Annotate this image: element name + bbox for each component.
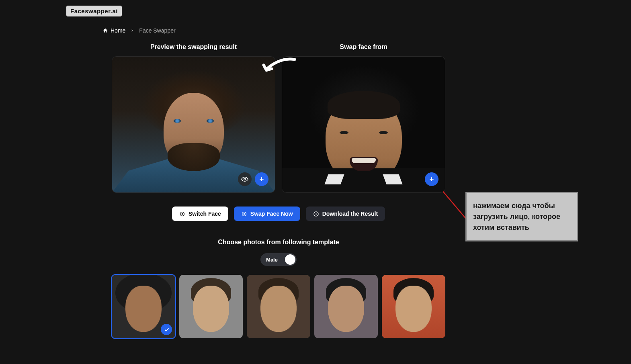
source-image-card bbox=[282, 56, 445, 193]
breadcrumb: Home Face Swapper bbox=[102, 27, 176, 34]
brand-logo[interactable]: Faceswapper.ai bbox=[66, 6, 122, 16]
gender-toggle[interactable]: Male bbox=[260, 253, 297, 266]
svg-point-4 bbox=[244, 213, 245, 215]
target-icon bbox=[241, 211, 247, 217]
svg-point-0 bbox=[244, 178, 246, 180]
selected-check-badge bbox=[161, 324, 172, 335]
target-icon bbox=[179, 211, 185, 217]
annotation-box: нажимаем сюда чтобы загрузить лицо, кото… bbox=[465, 192, 578, 241]
plus-icon bbox=[258, 176, 265, 182]
template-thumb-5[interactable] bbox=[382, 275, 445, 338]
preview-add-button[interactable] bbox=[255, 172, 268, 186]
switch-face-label: Switch Face bbox=[188, 211, 221, 217]
breadcrumb-home-label: Home bbox=[111, 27, 125, 34]
switch-face-button[interactable]: Switch Face bbox=[172, 207, 228, 221]
breadcrumb-current: Face Swapper bbox=[139, 27, 175, 34]
plus-icon bbox=[428, 176, 435, 182]
gender-toggle-label: Male bbox=[266, 257, 278, 263]
svg-point-2 bbox=[182, 213, 183, 215]
preview-image-card bbox=[112, 56, 275, 193]
breadcrumb-home[interactable]: Home bbox=[102, 27, 125, 34]
download-result-label: Download the Result bbox=[322, 211, 378, 217]
preview-face-image bbox=[112, 57, 275, 192]
source-add-button[interactable] bbox=[425, 172, 438, 186]
download-icon bbox=[313, 211, 319, 217]
swap-face-button[interactable]: Swap Face Now bbox=[234, 207, 300, 221]
swap-face-label: Swap Face Now bbox=[250, 211, 293, 217]
template-thumb-1[interactable] bbox=[112, 275, 175, 338]
template-thumb-4[interactable] bbox=[314, 275, 378, 338]
check-icon bbox=[164, 327, 170, 333]
eye-icon bbox=[241, 176, 248, 183]
source-title: Swap face from bbox=[340, 43, 387, 51]
preview-view-button[interactable] bbox=[238, 172, 252, 186]
download-result-button[interactable]: Download the Result bbox=[306, 207, 385, 221]
templates-title: Choose photos from following template bbox=[112, 239, 445, 246]
home-icon bbox=[102, 28, 108, 33]
template-thumb-3[interactable] bbox=[247, 275, 310, 338]
source-face-image bbox=[282, 57, 445, 192]
chevron-right-icon bbox=[130, 29, 134, 33]
toggle-knob bbox=[285, 254, 295, 265]
preview-title: Preview the swapping result bbox=[150, 43, 237, 51]
template-thumb-2[interactable] bbox=[179, 275, 243, 338]
